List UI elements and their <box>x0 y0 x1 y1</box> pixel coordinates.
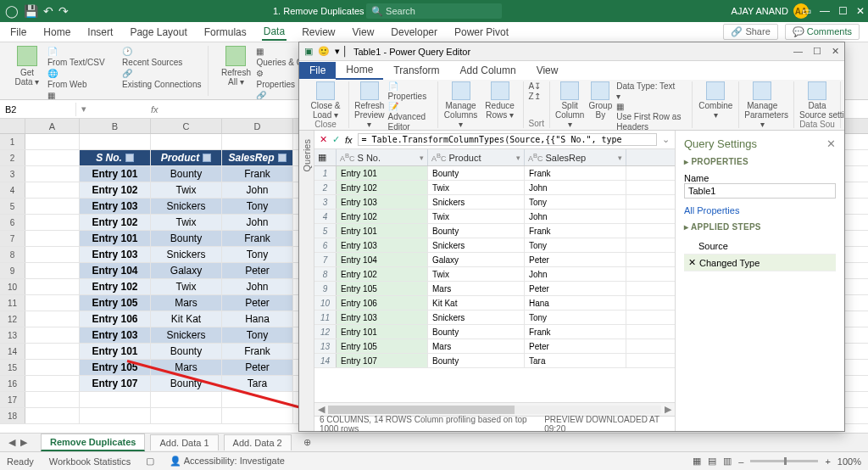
pq-row-number[interactable]: 14 <box>314 354 337 367</box>
table-header[interactable]: Product <box>151 150 222 165</box>
cell[interactable]: John <box>222 215 293 230</box>
data-source-settings[interactable]: Data Source settings <box>799 81 835 120</box>
pq-maximize-icon[interactable]: ☐ <box>813 46 821 57</box>
cell[interactable] <box>25 182 80 198</box>
autosave-icon[interactable]: ◯ <box>5 4 19 18</box>
zoom-out-icon[interactable]: – <box>738 456 743 467</box>
pq-formula-expand-icon[interactable]: ⌄ <box>662 134 670 145</box>
cell[interactable]: Entry 101 <box>80 231 151 246</box>
row-header[interactable]: 12 <box>0 311 25 327</box>
zoom-in-icon[interactable]: + <box>825 456 830 467</box>
cell[interactable] <box>222 408 293 423</box>
row-header[interactable]: 1 <box>0 134 25 149</box>
zoom-value[interactable]: 100% <box>837 456 861 467</box>
pq-cell[interactable]: Entry 104 <box>337 253 428 266</box>
sort-asc-icon[interactable]: A↧ <box>529 81 542 92</box>
cell[interactable]: Tony <box>222 247 293 262</box>
pq-cell[interactable]: Snickers <box>428 195 525 209</box>
cell[interactable] <box>25 215 80 230</box>
share-button[interactable]: 🔗 Share <box>723 24 777 40</box>
pq-row-number[interactable]: 5 <box>314 224 337 238</box>
pq-row-number[interactable]: 10 <box>314 296 337 310</box>
pq-cell[interactable]: Entry 103 <box>337 238 428 252</box>
pq-col-header[interactable]: ABCProduct▾ <box>428 149 525 165</box>
cell[interactable] <box>80 392 151 407</box>
pq-grid-row[interactable]: 4Entry 102TwixJohn <box>314 210 675 224</box>
split-column[interactable]: Split Column ▾ <box>555 81 584 129</box>
pq-formula-bar[interactable]: = Table.TransformColumnTypes(Source,{{"S… <box>358 133 657 146</box>
cell[interactable] <box>25 408 80 423</box>
page-layout-view-icon[interactable]: ▤ <box>708 456 716 467</box>
cell[interactable] <box>25 199 80 214</box>
row-header[interactable]: 17 <box>0 392 25 407</box>
pq-tab-view[interactable]: View <box>526 62 569 79</box>
cell[interactable]: Entry 103 <box>80 327 151 343</box>
name-box[interactable]: B2 <box>0 103 76 116</box>
pq-cell[interactable]: Frank <box>525 166 626 180</box>
pq-row-number[interactable]: 6 <box>314 238 337 252</box>
pq-row-number[interactable]: 1 <box>314 166 337 180</box>
pq-properties[interactable]: 📄 Properties <box>388 81 432 102</box>
group-by[interactable]: Group By <box>587 81 613 120</box>
sheet-tab[interactable]: Remove Duplicates <box>41 434 145 451</box>
cell[interactable]: Hana <box>222 311 293 327</box>
cell[interactable] <box>80 408 151 423</box>
data-type[interactable]: Data Type: Text ▾ <box>616 81 687 102</box>
cell[interactable] <box>25 392 80 407</box>
cell[interactable]: Entry 103 <box>80 199 151 214</box>
cell[interactable]: Entry 105 <box>80 295 151 311</box>
pq-cell[interactable]: Kit Kat <box>428 296 525 310</box>
pq-cell[interactable]: Tony <box>525 238 626 252</box>
pq-row-number[interactable]: 2 <box>314 181 337 194</box>
pq-cell[interactable]: Twix <box>428 267 525 281</box>
pq-cancel-icon[interactable]: ✕ <box>320 134 327 145</box>
pq-cell[interactable]: Peter <box>525 253 626 266</box>
zoom-slider[interactable] <box>750 460 818 462</box>
applied-step[interactable]: ✕Changed Type <box>684 255 836 271</box>
pq-close-icon[interactable]: ✕ <box>832 46 839 57</box>
cell[interactable] <box>25 344 80 359</box>
manage-columns[interactable]: Manage Columns ▾ <box>443 81 479 129</box>
pq-grid-row[interactable]: 1Entry 101BountyFrank <box>314 166 675 181</box>
cell[interactable]: Tony <box>222 199 293 214</box>
pq-minimize-icon[interactable]: — <box>793 46 803 57</box>
reduce-rows[interactable]: Reduce Rows ▾ <box>482 81 518 120</box>
pq-row-number[interactable]: 7 <box>314 253 337 266</box>
step-delete-icon[interactable]: ✕ <box>688 257 696 268</box>
pq-cell[interactable]: Twix <box>428 210 525 223</box>
filter-dropdown-icon[interactable] <box>125 154 134 162</box>
pq-cell[interactable]: Entry 103 <box>337 195 428 209</box>
pq-cell[interactable]: John <box>525 181 626 194</box>
pq-grid-row[interactable]: 12Entry 101BountyFrank <box>314 325 675 339</box>
get-data-button[interactable]: Get Data ▾ <box>12 46 42 100</box>
pq-cell[interactable]: John <box>525 267 626 281</box>
pq-grid-row[interactable]: 5Entry 101BountyFrank <box>314 224 675 238</box>
all-properties-link[interactable]: All Properties <box>684 205 836 215</box>
pq-cell[interactable]: Entry 101 <box>337 224 428 238</box>
cell[interactable]: Frank <box>222 166 293 182</box>
scroll-left-icon[interactable]: ◀ <box>318 404 325 415</box>
col-header[interactable]: C <box>151 119 222 133</box>
pq-cell[interactable]: Entry 106 <box>337 296 428 310</box>
row-header[interactable]: 11 <box>0 295 25 311</box>
properties-section-header[interactable]: ▸ PROPERTIES <box>684 157 836 166</box>
pq-row-number[interactable]: 13 <box>314 339 337 353</box>
pq-cell[interactable]: Bounty <box>428 166 525 180</box>
cell[interactable]: Entry 107 <box>80 376 151 391</box>
page-break-view-icon[interactable]: ▥ <box>723 456 732 467</box>
pq-cell[interactable]: Tony <box>525 195 626 209</box>
queries-pane-collapsed[interactable]: Queries <box>299 131 314 431</box>
close-icon[interactable]: ✕ <box>856 5 865 17</box>
pq-cell[interactable]: Peter <box>525 339 626 353</box>
table-icon[interactable]: ▦ <box>318 152 326 163</box>
sheet-nav-next-icon[interactable]: ▶ <box>20 437 27 448</box>
cell[interactable]: Peter <box>222 263 293 278</box>
cell[interactable]: Bounty <box>151 344 222 359</box>
refresh-preview-button[interactable]: Refresh Preview ▾ <box>354 81 385 129</box>
pq-grid-row[interactable]: 11Entry 103SnickersTony <box>314 311 675 325</box>
cell[interactable]: Snickers <box>151 327 222 343</box>
use-first-row-headers[interactable]: ▦ Use First Row as Headers ▾ <box>616 102 687 131</box>
row-header[interactable]: 5 <box>0 199 25 214</box>
cell[interactable]: Tony <box>222 327 293 343</box>
cell[interactable]: Snickers <box>151 247 222 262</box>
